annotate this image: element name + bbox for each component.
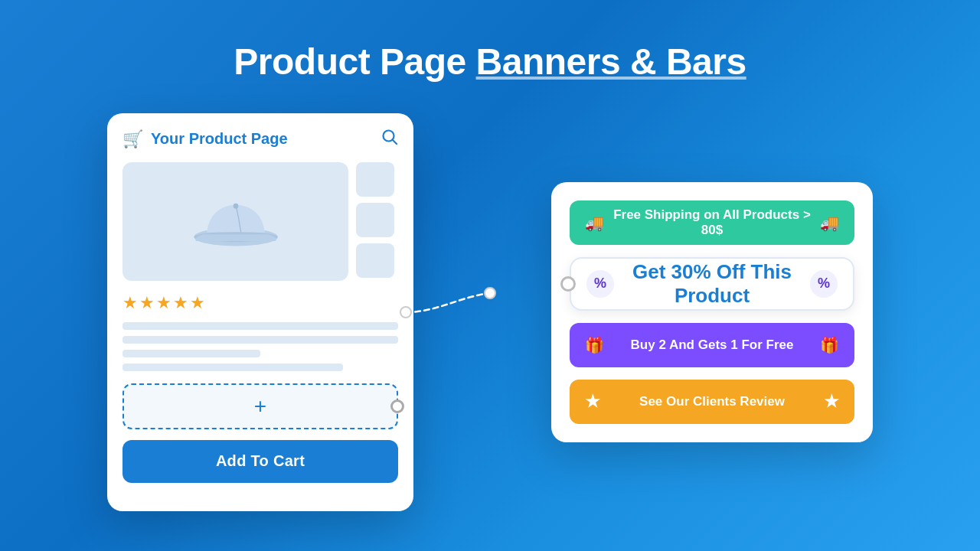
product-page-title: Your Product Page [151, 130, 288, 148]
product-image-area [122, 162, 398, 281]
shipping-icon-right: 🚚 [820, 214, 839, 232]
product-text-lines [122, 322, 398, 371]
text-line-3 [122, 350, 260, 357]
svg-line-1 [393, 139, 397, 144]
review-icon-left: ★ [585, 392, 600, 412]
banners-panel: 🚚 Free Shipping on All Products > 80$ 🚚 … [551, 182, 873, 442]
shipping-banner-text: Free Shipping on All Products > 80$ [604, 207, 820, 238]
thumbnail-2 [356, 203, 394, 237]
review-banner[interactable]: ★ See Our Clients Review ★ [570, 380, 854, 424]
main-product-image [122, 162, 348, 281]
discount-icon-right: % [810, 270, 838, 298]
product-stars: ★★★★★ [122, 293, 398, 313]
text-line-4 [122, 364, 343, 371]
discount-icon-left: % [586, 270, 614, 298]
review-banner-text: See Our Clients Review [600, 394, 824, 409]
thumbnail-1 [356, 162, 394, 197]
buy2-icon-left: 🎁 [585, 336, 604, 354]
search-icon [381, 129, 398, 150]
shipping-icon-left: 🚚 [585, 214, 604, 232]
review-icon-right: ★ [824, 392, 839, 412]
buy2-icon-right: 🎁 [820, 336, 839, 354]
buy2-banner-text: Buy 2 And Gets 1 For Free [604, 337, 820, 353]
card-header-left: 🛒 Your Product Page [122, 129, 288, 149]
thumbnail-column [356, 162, 394, 281]
svg-point-6 [485, 288, 495, 298]
discount-banner-text: Get 30% Off This Product [614, 260, 810, 308]
add-to-cart-button[interactable]: Add To Cart [122, 440, 398, 483]
page-title: Product Page Banners & Bars [234, 41, 746, 83]
product-card: 🛒 Your Product Page [107, 113, 413, 511]
buy2-banner[interactable]: 🎁 Buy 2 And Gets 1 For Free 🎁 [570, 323, 854, 367]
discount-banner[interactable]: % Get 30% Off This Product % [570, 257, 854, 311]
thumbnail-3 [356, 243, 394, 278]
connector-dot-right [390, 399, 404, 413]
add-banner-icon: + [254, 396, 266, 417]
card-header: 🛒 Your Product Page [122, 129, 398, 150]
text-line-1 [122, 322, 398, 330]
connector-dot-left [560, 276, 576, 292]
banner-placeholder: + [122, 383, 398, 429]
svg-point-3 [233, 204, 238, 209]
text-line-2 [122, 336, 398, 344]
cart-icon: 🛒 [122, 129, 143, 149]
main-content: 🛒 Your Product Page [107, 113, 873, 511]
shipping-banner[interactable]: 🚚 Free Shipping on All Products > 80$ 🚚 [570, 201, 854, 245]
